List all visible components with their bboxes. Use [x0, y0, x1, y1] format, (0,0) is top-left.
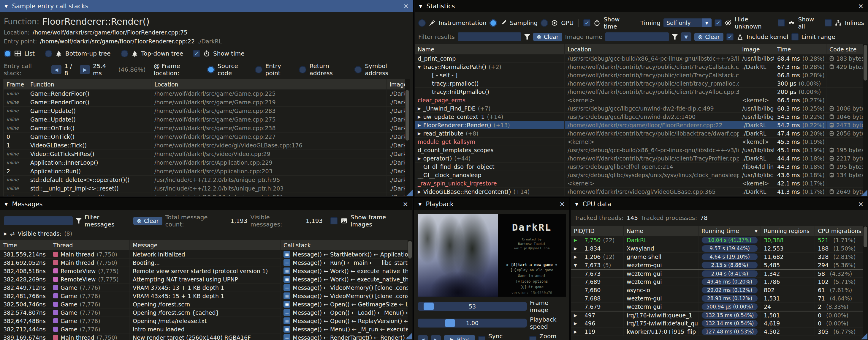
callstack-icon[interactable]: ≡ — [283, 251, 290, 258]
table-row[interactable]: 1 VideoGLBase::Tick() /home/wolf/darkrl/… — [4, 141, 410, 150]
gpu-label[interactable]: GPU — [561, 19, 574, 26]
limit-range-checkbox[interactable]: ✓ — [792, 33, 799, 40]
table-row[interactable]: tracy::InitRpmalloc() /home/wolf/darkrl/… — [415, 88, 868, 96]
table-row[interactable]: 382,408,518ns RemoteView (7,775) Remote … — [0, 267, 412, 275]
expand-arrow-icon[interactable]: ▶ — [574, 246, 582, 251]
gpu-radio[interactable] — [540, 19, 548, 27]
close-icon[interactable]: ✕ — [403, 3, 409, 10]
callstack-icon[interactable]: ≡ — [283, 276, 290, 283]
table-row[interactable]: 382,428,269ns RemoteView (7,775) Attempt… — [0, 275, 412, 284]
table-row[interactable]: ▶ 119 kworker/u17:0+i915_flip 127.48 ms … — [571, 328, 868, 336]
callstack-icon[interactable]: ≡ — [283, 301, 290, 308]
expand-arrow-icon[interactable]: ▶ — [418, 156, 421, 161]
table-row[interactable]: d_print_comp /usr/src/debug/gcc-build/x8… — [415, 54, 868, 63]
table-row[interactable]: ▶ 1,206 (12) gnome-shell 4.64 s (19.10%) — [571, 253, 868, 261]
entry-point-option-label[interactable]: Entry point — [266, 62, 296, 77]
table-row[interactable]: 382,712,444ns Game (7,776) Intro menu lo… — [0, 325, 412, 334]
table-row[interactable]: 382,504,746ns Game (7,776) Opening /fore… — [0, 300, 412, 309]
play-button[interactable]: ▶ Play — [444, 335, 475, 340]
playback-titlebar[interactable]: ▼ Playback ✕ — [414, 198, 569, 210]
table-row[interactable]: d_count_templates_scopes /usr/src/debug/… — [415, 146, 868, 154]
table-row[interactable]: inline Game::RenderFloor() /home/wolf/da… — [4, 98, 410, 107]
expand-arrow-icon[interactable]: ▶ — [418, 189, 421, 194]
table-row[interactable]: inline Game::OnTick() /home/wolf/darkrl/… — [4, 124, 410, 133]
table-row[interactable]: inline Game::RenderFloor() /home/wolf/da… — [4, 89, 410, 98]
image-dropdown-button[interactable]: ▼ — [681, 32, 691, 41]
callstack-icon[interactable]: ≡ — [283, 317, 290, 324]
bottom-up-label[interactable]: Bottom-up tree — [65, 50, 111, 57]
table-row[interactable]: inline std::default_delete<>::operator()… — [4, 176, 410, 184]
sampling-radio[interactable] — [490, 19, 497, 27]
scrollbar[interactable] — [405, 79, 410, 196]
clear-filter-button[interactable]: ⊗ Clear — [533, 33, 562, 41]
cpu-titlebar[interactable]: ▼ CPU data ✕ — [571, 198, 868, 210]
table-row[interactable]: ▶ 1,834 Xwayland 9.57 s (39.44%) — [571, 244, 868, 253]
source-code-label[interactable]: Source code — [218, 62, 252, 77]
prev-frame-button[interactable]: ◀ — [418, 335, 428, 340]
show-frame-images-checkbox[interactable]: ✓ — [331, 217, 338, 224]
collapse-icon[interactable]: ▼ — [4, 4, 8, 9]
expand-arrow-icon[interactable]: ▼ — [574, 263, 582, 267]
table-row[interactable]: __GI_dl_find_dso_for_object /usr/src/deb… — [415, 163, 868, 171]
expand-arrow-icon[interactable]: ▼ — [418, 64, 421, 69]
funnel-icon[interactable] — [672, 34, 678, 39]
list-label[interactable]: List — [24, 50, 35, 57]
inlines-checkbox[interactable]: ✓ — [825, 19, 832, 26]
sampling-label[interactable]: Sampling — [510, 19, 538, 26]
table-row[interactable]: ▶ read_attribute (+8) /home/wolf/darkrl/… — [415, 129, 868, 138]
hide-unknown-label[interactable]: Hide unknown — [735, 16, 775, 30]
table-row[interactable]: clear_page_erms <kernel> <kernel> 66.5 m… — [415, 96, 868, 104]
clear-messages-button[interactable]: ⊗ Clear — [133, 217, 162, 225]
sync-timeline-checkbox[interactable]: ✓ — [478, 336, 485, 340]
table-row[interactable]: ▶ _Unwind_Find_FDE (+7) /usr/src/debug/g… — [415, 104, 868, 113]
table-row[interactable]: __GI__clock_nanosleep /usr/src/debug/gli… — [415, 171, 868, 179]
table-row[interactable]: 381,692,052ns Main thread (7,750) Bootin… — [0, 259, 412, 267]
table-row[interactable]: 7,679 wezterm-gui 500.94 µs (0.00%) 24 — [571, 303, 868, 311]
expand-arrow-icon[interactable]: ▶ — [574, 329, 582, 334]
list-radio[interactable] — [4, 50, 11, 57]
table-row[interactable]: 0 Game::OnTick() /home/wolf/darkrl/src/g… — [4, 133, 410, 141]
limit-range-label[interactable]: Limit range — [802, 33, 835, 40]
hide-unknown-checkbox[interactable]: ✓ — [715, 19, 722, 26]
instrumentation-radio[interactable] — [418, 19, 426, 27]
show-frame-images-label[interactable]: Show frame images — [350, 214, 409, 228]
collapse-icon[interactable]: ▼ — [418, 201, 422, 207]
table-row[interactable]: inline std::unique_ptr<>::reset() /usr/i… — [4, 193, 410, 196]
bottom-up-radio[interactable] — [45, 50, 52, 57]
table-row[interactable]: ▶ VideoGLBase::RenderContent() (+14) /ho… — [415, 188, 868, 196]
inlines-label[interactable]: Inlines — [845, 19, 864, 26]
return-address-label[interactable]: Return address — [309, 62, 351, 77]
callstack-icon[interactable]: ≡ — [283, 326, 290, 333]
table-row[interactable]: _raw_spin_unlock_irqrestore <kernel> <ke… — [415, 179, 868, 188]
scrollbar[interactable] — [863, 226, 868, 340]
scrollbar[interactable] — [408, 240, 412, 340]
table-row[interactable]: inline Application::InnerLoop() /home/wo… — [4, 159, 410, 167]
callstack-icon[interactable]: ≡ — [283, 267, 290, 274]
callstack-icon[interactable]: ≡ — [283, 309, 290, 316]
table-row[interactable]: 7,688 wezterm-gui 28.93 ms (0.12%) 1,53 — [571, 294, 868, 303]
include-kernel-label[interactable]: Include kernel — [747, 33, 788, 40]
top-down-label[interactable]: Top-down tree — [141, 50, 183, 57]
table-row[interactable]: ▼ 7,673 (5) wezterm-gui 2.15 s (8.86%) — [571, 261, 868, 269]
show-all-checkbox[interactable]: ✓ — [778, 19, 785, 26]
table-row[interactable]: ▶ 497 irq/176-iwlwifi:queue_1 132.15 ms … — [571, 311, 868, 319]
filter-messages-input[interactable] — [4, 216, 73, 225]
show-time-checkbox[interactable]: ✓ — [583, 19, 590, 26]
callstack-icon[interactable]: ≡ — [283, 284, 290, 291]
symbol-address-label[interactable]: Symbol address — [365, 62, 409, 77]
expand-arrow-icon[interactable]: ▶ — [574, 254, 582, 259]
callstack-icon[interactable]: ≡ — [283, 292, 290, 299]
zoom-2x-label[interactable]: Zoom 2× — [539, 333, 565, 340]
show-time-label[interactable]: Show time — [213, 50, 245, 57]
return-address-radio[interactable] — [299, 66, 306, 74]
top-down-radio[interactable] — [121, 50, 128, 57]
image-name-input[interactable] — [605, 32, 669, 41]
collapse-icon[interactable]: ▼ — [4, 201, 8, 207]
close-icon[interactable]: ✕ — [403, 201, 408, 208]
include-kernel-checkbox[interactable]: ✓ — [726, 33, 734, 40]
table-row[interactable]: 382,449,712ns Game (7,776) VRAM 37x45: 1… — [0, 284, 412, 292]
next-stack-button[interactable]: ▶ — [80, 65, 90, 74]
visible-threads-label[interactable]: Visible threads: — [18, 230, 61, 237]
table-row[interactable]: 382,481,766ns Game (7,776) VRAM 43x45: 1… — [0, 292, 412, 300]
table-row[interactable]: ▶ 496 irq/175-iwlwifi:default_qu 132.14 … — [571, 319, 868, 328]
